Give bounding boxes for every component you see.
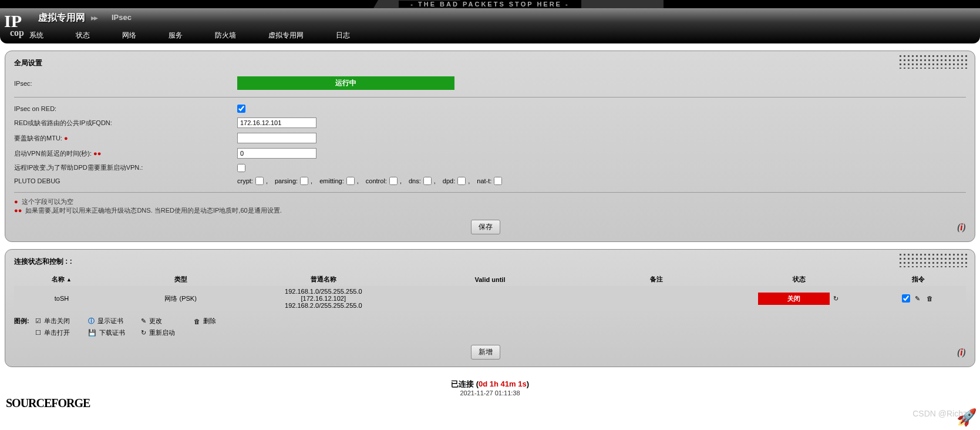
info-icon[interactable]: i bbox=[957, 347, 966, 358]
info-icon[interactable]: i bbox=[957, 222, 966, 233]
trash-icon: 🗑 bbox=[194, 318, 200, 325]
table-header-row: 名称 ▲ 类型 普通名称 Valid until 备注 状态 指令 bbox=[14, 273, 966, 286]
nav-vpn[interactable]: 虚拟专用网 bbox=[268, 31, 304, 41]
panel-title-global: 全局设置 bbox=[14, 58, 966, 68]
conn-common: 192.168.1.0/255.255.255.0 [172.16.12.102… bbox=[252, 286, 395, 311]
debug-control-checkbox[interactable] bbox=[389, 177, 398, 185]
top-banner: - THE BAD PACKETS STOP HERE - bbox=[0, 0, 980, 8]
decoration-dots bbox=[898, 253, 969, 267]
ipsec-on-red-checkbox[interactable] bbox=[237, 105, 245, 113]
logo: IPcop bbox=[3, 9, 32, 39]
connection-table: 名称 ▲ 类型 普通名称 Valid until 备注 状态 指令 toSH 网… bbox=[14, 273, 966, 311]
connection-panel: 连接状态和控制 : : 名称 ▲ 类型 普通名称 Valid until 备注 … bbox=[5, 249, 975, 367]
checkbox-checked-icon: ☑ bbox=[35, 317, 41, 325]
fqdn-label: RED或缺省路由的公共IP或FQDN: bbox=[14, 119, 237, 127]
nav-firewall[interactable]: 防火墙 bbox=[215, 31, 236, 41]
notes: ● 这个字段可以为空 ●● 如果需要,延时可以用来正确地升级动态DNS. 当RE… bbox=[14, 197, 966, 215]
restart-icon[interactable]: ↻ bbox=[831, 294, 841, 303]
nav-services[interactable]: 服务 bbox=[169, 31, 183, 41]
debug-parsing-checkbox[interactable] bbox=[300, 177, 308, 185]
info-blue-icon: ⓘ bbox=[88, 317, 95, 325]
debug-crypt-checkbox[interactable] bbox=[255, 177, 264, 185]
footer-status: 已连接 (0d 1h 41m 1s) 2021-11-27 01:11:38 S… bbox=[0, 379, 980, 397]
breadcrumb-sep: ▸▸ bbox=[91, 13, 97, 22]
delay-label: 启动VPN前延迟的时间(秒): ●● bbox=[14, 149, 237, 158]
ipsec-status-badge: 运行中 bbox=[237, 76, 454, 90]
sort-arrow-icon: ▲ bbox=[66, 277, 72, 283]
debug-dns-checkbox[interactable] bbox=[423, 177, 432, 185]
nav-network[interactable]: 网络 bbox=[122, 31, 136, 41]
ipsec-label: IPsec: bbox=[14, 80, 237, 87]
page-title: 虚拟专用网 bbox=[38, 12, 85, 24]
conn-name: toSH bbox=[14, 286, 109, 311]
add-button[interactable]: 新增 bbox=[471, 345, 500, 360]
breadcrumb: IPsec bbox=[112, 13, 132, 22]
nav-status[interactable]: 状态 bbox=[76, 31, 90, 41]
main-nav: 系统 状态 网络 服务 防火墙 虚拟专用网 日志 bbox=[29, 31, 350, 41]
delete-icon[interactable]: 🗑 bbox=[925, 294, 935, 303]
delay-input[interactable] bbox=[237, 148, 316, 159]
debug-natt-checkbox[interactable] bbox=[494, 177, 502, 185]
panel-title-conn: 连接状态和控制 : : bbox=[14, 257, 966, 267]
svg-text:cop: cop bbox=[10, 28, 24, 38]
legend: 图例: ☑单击关闭 ⓘ显示证书 ✎更改 🗑删除 图例: ☐单击打开 💾下载证书 … bbox=[14, 317, 966, 340]
checkbox-empty-icon: ☐ bbox=[35, 329, 41, 337]
nav-system[interactable]: 系统 bbox=[29, 31, 43, 41]
header: IPcop 虚拟专用网 ▸▸ IPsec 系统 状态 网络 服务 防火墙 虚拟专… bbox=[0, 8, 980, 43]
nav-logs[interactable]: 日志 bbox=[336, 31, 350, 41]
debug-dpd-checkbox[interactable] bbox=[457, 177, 466, 185]
pluto-label: PLUTO DEBUG bbox=[14, 177, 237, 184]
table-row: toSH 网络 (PSK) 192.168.1.0/255.255.255.0 … bbox=[14, 286, 966, 311]
debug-emitting-checkbox[interactable] bbox=[346, 177, 355, 185]
save-button[interactable]: 保存 bbox=[471, 220, 500, 234]
decoration-dots bbox=[898, 54, 969, 69]
global-settings-panel: 全局设置 IPsec: 运行中 IPsec on RED: RED或缺省路由的公… bbox=[5, 51, 975, 242]
mtu-input[interactable] bbox=[237, 133, 316, 143]
pencil-icon: ✎ bbox=[141, 317, 146, 325]
conn-type: 网络 (PSK) bbox=[109, 286, 252, 311]
restart-label: 远程IP改变,为了帮助DPD需要重新启动VPN.: bbox=[14, 163, 237, 172]
floppy-icon: 💾 bbox=[88, 329, 96, 337]
toggle-checkbox[interactable] bbox=[902, 294, 910, 303]
status-badge: 关闭 bbox=[758, 293, 830, 305]
onred-label: IPsec on RED: bbox=[14, 105, 237, 112]
reload-icon: ↻ bbox=[141, 329, 146, 337]
mtu-label: 要盖缺省的MTU: ● bbox=[14, 134, 237, 143]
edit-icon[interactable]: ✎ bbox=[913, 294, 922, 303]
restart-vpn-checkbox[interactable] bbox=[237, 164, 245, 172]
fqdn-input[interactable] bbox=[237, 117, 316, 128]
